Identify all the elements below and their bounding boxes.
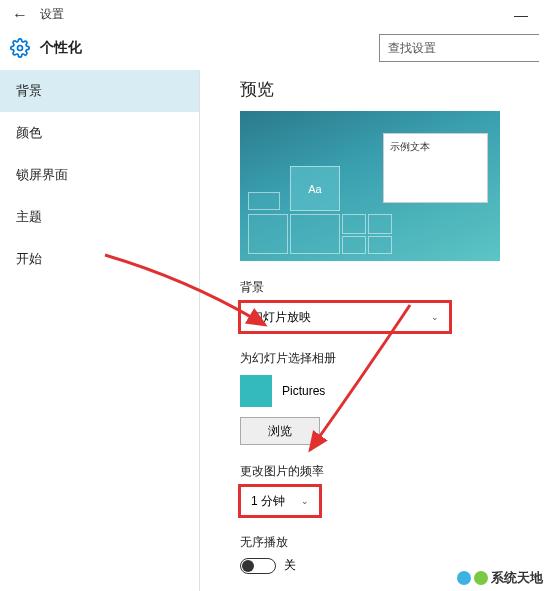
background-dropdown[interactable]: 幻灯片放映 ⌄ bbox=[240, 302, 450, 332]
frequency-value: 1 分钟 bbox=[251, 493, 285, 510]
preview-sample-window: 示例文本 bbox=[383, 133, 488, 203]
shuffle-state: 关 bbox=[284, 557, 296, 574]
preview-header: 预览 bbox=[240, 78, 533, 101]
chevron-down-icon: ⌄ bbox=[301, 496, 309, 506]
search-input[interactable]: 查找设置 bbox=[379, 34, 539, 62]
sidebar-item-colors[interactable]: 颜色 bbox=[0, 112, 199, 154]
sidebar-item-themes[interactable]: 主题 bbox=[0, 196, 199, 238]
background-label: 背景 bbox=[240, 279, 533, 296]
minimize-button[interactable]: — bbox=[501, 7, 541, 23]
frequency-dropdown[interactable]: 1 分钟 ⌄ bbox=[240, 486, 320, 516]
page-title: 个性化 bbox=[40, 39, 82, 57]
sidebar-item-start[interactable]: 开始 bbox=[0, 238, 199, 280]
shuffle-toggle[interactable] bbox=[240, 558, 276, 574]
album-label: 为幻灯片选择相册 bbox=[240, 350, 533, 367]
svg-point-0 bbox=[18, 46, 23, 51]
preview-aa-tile: Aa bbox=[290, 166, 340, 211]
album-row: Pictures bbox=[240, 375, 533, 407]
sidebar-item-background[interactable]: 背景 bbox=[0, 70, 199, 112]
back-button[interactable]: ← bbox=[8, 3, 32, 27]
search-placeholder: 查找设置 bbox=[388, 40, 436, 57]
content-area: 预览 Aa 示例文本 背景 幻灯片放映 ⌄ 为幻灯片选择相册 P bbox=[200, 70, 549, 591]
chevron-down-icon: ⌄ bbox=[431, 312, 439, 322]
window-title: 设置 bbox=[40, 6, 64, 23]
frequency-label: 更改图片的频率 bbox=[240, 463, 533, 480]
sidebar-item-lockscreen[interactable]: 锁屏界面 bbox=[0, 154, 199, 196]
preview-thumbnail: Aa 示例文本 bbox=[240, 111, 500, 261]
album-thumbnail[interactable] bbox=[240, 375, 272, 407]
shuffle-label: 无序播放 bbox=[240, 534, 533, 551]
watermark: 系统天地 bbox=[457, 569, 543, 587]
browse-button[interactable]: 浏览 bbox=[240, 417, 320, 445]
background-value: 幻灯片放映 bbox=[251, 309, 311, 326]
gear-icon bbox=[10, 38, 30, 58]
sidebar: 背景 颜色 锁屏界面 主题 开始 bbox=[0, 70, 200, 591]
album-name: Pictures bbox=[282, 384, 325, 398]
